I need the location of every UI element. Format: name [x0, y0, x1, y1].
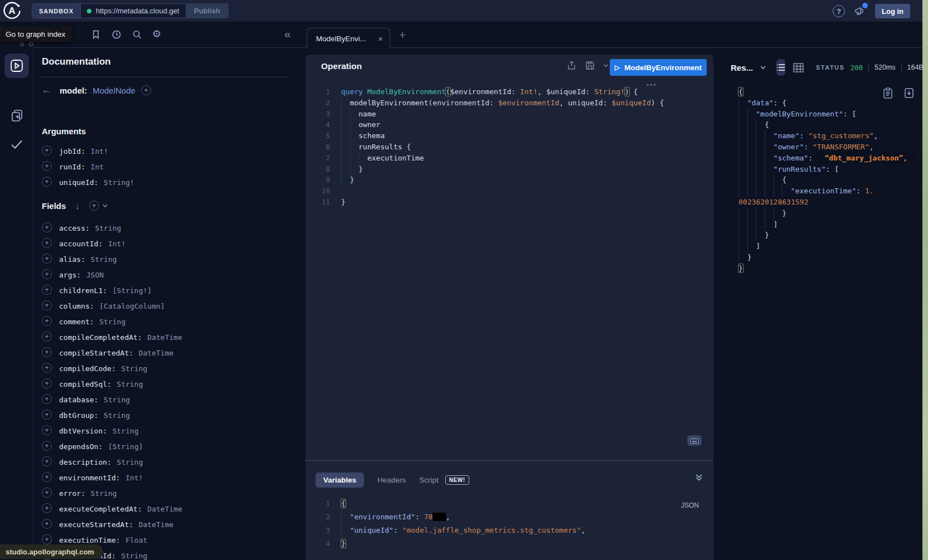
- tab-model-by-environment[interactable]: ModelByEnvi... ×: [307, 28, 390, 48]
- field-entry[interactable]: environmentId: Int!: [59, 472, 143, 483]
- login-button[interactable]: Log in: [875, 4, 910, 18]
- add-model-icon[interactable]: +: [141, 85, 151, 95]
- status-code: 200: [850, 64, 863, 72]
- separator: [901, 64, 902, 71]
- add-field-icon[interactable]: +: [42, 378, 52, 388]
- add-field-icon[interactable]: +: [42, 410, 52, 420]
- nav-checklist[interactable]: [0, 137, 33, 152]
- add-field-icon[interactable]: +: [42, 269, 52, 279]
- share-icon[interactable]: [566, 60, 577, 71]
- nav-explorer-selected[interactable]: [4, 53, 29, 78]
- add-field-icon[interactable]: +: [42, 519, 52, 529]
- apollo-logo[interactable]: A: [3, 2, 21, 20]
- field-row: + columns: [CatalogColumn]: [42, 298, 182, 313]
- field-entry[interactable]: compileCompletedAt: DateTime: [59, 332, 182, 342]
- tab-script[interactable]: Script: [419, 476, 439, 484]
- field-entry[interactable]: dbtGroup: String: [59, 410, 130, 420]
- field-entry[interactable]: accountId: Int!: [59, 238, 125, 249]
- back-arrow-icon[interactable]: ←: [42, 85, 51, 96]
- response-format-json-button[interactable]: [776, 59, 785, 76]
- add-field-icon[interactable]: +: [42, 238, 52, 248]
- collapse-variables-icon[interactable]: [694, 474, 703, 481]
- keyboard-shortcuts-icon[interactable]: [688, 436, 701, 445]
- history-icon[interactable]: [111, 29, 122, 40]
- variables-editor[interactable]: {"environmentId": 78xxx,"uniqueId": "mod…: [341, 497, 585, 551]
- add-field-icon[interactable]: +: [42, 332, 52, 342]
- model-type-link[interactable]: ModelNode: [93, 86, 135, 95]
- field-entry[interactable]: description: String: [59, 456, 143, 467]
- add-field-icon[interactable]: +: [42, 222, 52, 232]
- add-field-icon[interactable]: +: [42, 285, 52, 295]
- add-field-icon[interactable]: +: [42, 503, 52, 513]
- announcements-icon[interactable]: [853, 4, 867, 18]
- add-field-icon[interactable]: +: [42, 472, 52, 482]
- collapse-sidebar-icon[interactable]: «: [284, 27, 291, 41]
- field-entry[interactable]: compiledSql: String: [59, 378, 143, 389]
- field-entry[interactable]: args: JSON: [59, 269, 104, 280]
- new-tab-button[interactable]: +: [399, 28, 406, 42]
- notification-dot: [862, 3, 868, 8]
- endpoint-url-input[interactable]: https://metadata.cloud.get: [96, 7, 184, 15]
- add-field-icon[interactable]: +: [42, 316, 52, 326]
- doc-title: Documentation: [42, 56, 111, 67]
- field-entry[interactable]: childrenL1: [String!]: [59, 285, 152, 295]
- add-field-icon[interactable]: +: [42, 363, 52, 373]
- tab-variables[interactable]: Variables: [315, 473, 364, 488]
- add-field-icon[interactable]: +: [42, 456, 52, 466]
- field-entry[interactable]: compileStartedAt: DateTime: [59, 347, 173, 358]
- field-entry[interactable]: compiledCode: String: [59, 363, 147, 373]
- response-table-view-button[interactable]: [793, 63, 804, 72]
- argument-entry[interactable]: runId: Int: [59, 161, 104, 172]
- add-field-icon[interactable]: +: [42, 254, 52, 264]
- field-row: + access: String: [42, 220, 182, 235]
- save-options-chevron-icon[interactable]: [603, 64, 609, 67]
- chevron-down-icon[interactable]: [102, 203, 108, 208]
- argument-entry[interactable]: jobId: Int!: [59, 145, 108, 156]
- field-entry[interactable]: alias: String: [59, 254, 117, 264]
- add-field-icon[interactable]: +: [42, 161, 52, 171]
- response-body[interactable]: {"data": {"modelByEnvironment": [{"name"…: [738, 86, 915, 274]
- field-entry[interactable]: error: String: [59, 488, 117, 498]
- sandbox-badge: SANDBOX: [32, 4, 81, 18]
- bookmark-icon[interactable]: [90, 29, 101, 40]
- add-field-icon[interactable]: +: [42, 177, 52, 187]
- field-entry[interactable]: columns: [CatalogColumn]: [59, 300, 165, 311]
- add-field-icon[interactable]: +: [42, 145, 52, 155]
- tab-headers[interactable]: Headers: [377, 476, 406, 484]
- sort-fields-icon[interactable]: ↓: [75, 201, 80, 211]
- field-entry[interactable]: executeCompletedAt: DateTime: [59, 503, 182, 514]
- field-row: + accountId: Int!: [42, 235, 182, 251]
- add-field-icon[interactable]: +: [42, 300, 52, 310]
- add-all-fields-icon[interactable]: +: [89, 201, 99, 211]
- operation-header-icons: [566, 60, 609, 71]
- checkmark-icon: [9, 137, 24, 152]
- add-field-icon[interactable]: +: [42, 347, 52, 357]
- save-icon[interactable]: [585, 60, 595, 71]
- tab-close-icon[interactable]: ×: [378, 34, 383, 43]
- settings-gear-icon[interactable]: ⚙: [152, 28, 161, 40]
- field-entry[interactable]: dbtVersion: String: [59, 425, 139, 436]
- search-icon[interactable]: [132, 29, 143, 40]
- help-icon[interactable]: ?: [833, 5, 845, 17]
- add-field-icon[interactable]: +: [42, 488, 52, 498]
- field-entry[interactable]: executionTime: Float: [59, 534, 147, 545]
- add-field-icon[interactable]: +: [42, 441, 52, 451]
- operation-editor[interactable]: query ModelByEnvironment($environmentId:…: [341, 86, 664, 208]
- argument-entry[interactable]: uniqueId: String!: [59, 177, 134, 187]
- add-field-icon[interactable]: +: [42, 394, 52, 404]
- publish-button[interactable]: Publish: [186, 3, 229, 18]
- field-entry[interactable]: access: String: [59, 222, 121, 233]
- editor-variables-divider[interactable]: [305, 460, 713, 461]
- field-entry[interactable]: dependsOn: [String]: [59, 441, 143, 451]
- field-entry[interactable]: database: String: [59, 394, 130, 405]
- field-entry[interactable]: comment: String: [59, 316, 125, 327]
- run-operation-button[interactable]: ▷ ModelByEnvironment: [610, 59, 707, 76]
- nav-collections[interactable]: [0, 109, 33, 123]
- add-field-icon[interactable]: +: [42, 425, 52, 435]
- field-entry[interactable]: executeStartedAt: DateTime: [59, 519, 173, 529]
- field-row: + compileStartedAt: DateTime: [42, 344, 182, 360]
- doc-toolbar: ⚙ «: [33, 22, 305, 48]
- add-field-icon[interactable]: +: [42, 534, 52, 544]
- response-dropdown-chevron-icon[interactable]: [760, 65, 766, 70]
- field-row: + compiledCode: String: [42, 360, 182, 376]
